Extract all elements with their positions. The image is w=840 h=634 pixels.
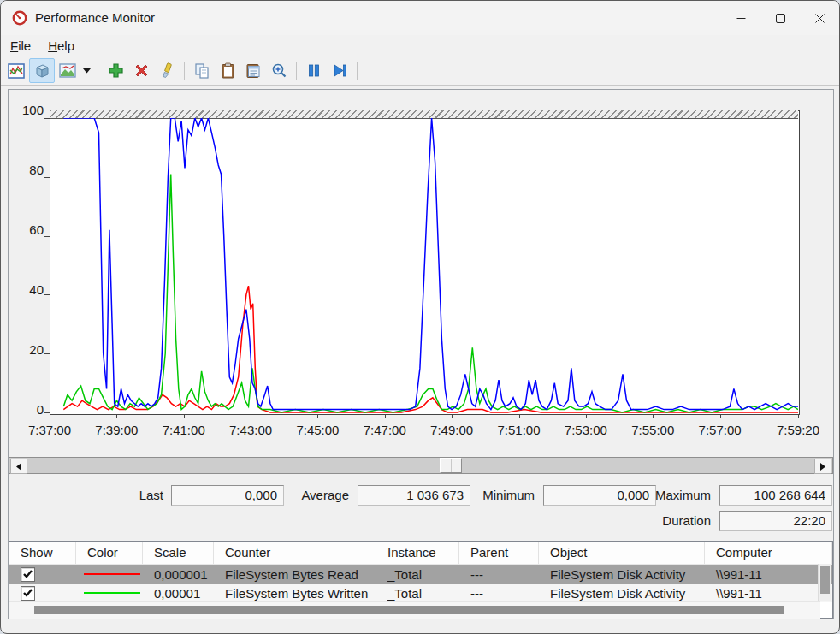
view-current-activity-button[interactable] (3, 58, 29, 83)
column-header-scale[interactable]: Scale (143, 542, 214, 564)
y-tick-label: 60 (9, 222, 44, 238)
cube-icon (33, 62, 50, 79)
zoom-magnifier-icon (271, 62, 287, 79)
average-label: Average (283, 485, 349, 506)
time-scrollbar-thumb[interactable] (440, 458, 462, 473)
freeze-display-button[interactable] (301, 58, 327, 83)
counter-row[interactable]: 0,00001FileSystem Bytes Written_Total---… (9, 584, 832, 602)
line-chart-icon (8, 63, 25, 79)
parent-cell: --- (459, 567, 539, 582)
x-tick-mark (798, 414, 799, 418)
view-log-data-button[interactable] (29, 58, 55, 83)
instance-cell: _Total (376, 567, 459, 582)
update-data-button[interactable] (327, 58, 352, 83)
x-tick-mark (586, 414, 587, 418)
computer-cell: \\991-11 (705, 567, 832, 582)
counter-cell: FileSystem Bytes Written (214, 586, 376, 601)
y-tick-mark (44, 412, 50, 413)
table-vertical-scrollbar[interactable] (818, 564, 831, 601)
highlight-button[interactable] (154, 58, 180, 83)
y-tick-label: 20 (9, 342, 44, 358)
minimum-label: Minimum (467, 485, 535, 506)
x-tick-mark (116, 414, 117, 418)
x-tick-label: 7:59:20 (766, 423, 831, 438)
x-tick-mark (184, 414, 185, 418)
copy-pages-icon (194, 62, 210, 79)
column-header-instance[interactable]: Instance (376, 542, 459, 564)
table-hscroll-thumb[interactable] (34, 606, 784, 614)
zoom-button[interactable] (266, 58, 292, 83)
column-header-color[interactable]: Color (76, 542, 143, 564)
maximum-label: Maximum (642, 485, 711, 506)
counter-color-swatch (84, 592, 140, 594)
y-tick-mark (44, 177, 50, 178)
instance-cell: _Total (376, 586, 459, 601)
column-header-show[interactable]: Show (9, 542, 76, 564)
parent-cell: --- (459, 586, 539, 601)
graph-type-dropdown[interactable] (80, 59, 93, 82)
x-tick-label: 7:39:00 (84, 423, 149, 438)
highlighter-pen-icon (159, 62, 175, 79)
x-tick-mark (452, 414, 453, 418)
counter-cell: FileSystem Bytes Read (214, 567, 376, 582)
add-counter-button[interactable] (103, 58, 128, 83)
maximize-button[interactable] (760, 1, 800, 35)
object-cell: FileSystem Disk Activity (539, 567, 705, 582)
object-cell: FileSystem Disk Activity (539, 586, 705, 601)
menu-file[interactable]: File (3, 37, 38, 55)
maximum-value: 100 268 644 (719, 485, 832, 506)
duration-label: Duration (642, 511, 711, 531)
column-header-parent[interactable]: Parent (459, 542, 539, 564)
y-tick-label: 100 (9, 103, 44, 118)
change-graph-type-button[interactable] (55, 58, 80, 83)
chevron-down-icon (83, 68, 91, 74)
computer-cell: \\991-11 (705, 586, 832, 601)
y-tick-mark (44, 353, 50, 354)
x-tick-label: 7:55:00 (620, 423, 685, 438)
y-tick-label: 0 (9, 402, 44, 418)
paste-counter-list-button[interactable] (215, 58, 240, 83)
close-button[interactable] (800, 1, 839, 35)
show-checkbox[interactable] (21, 567, 35, 582)
column-header-object[interactable]: Object (539, 542, 705, 564)
table-vscroll-thumb[interactable] (820, 566, 830, 594)
toolbar (1, 56, 839, 86)
scroll-right-arrow[interactable] (814, 459, 831, 474)
menu-help[interactable]: Help (40, 37, 82, 55)
toolbar-separator (184, 62, 185, 80)
x-tick-mark (385, 414, 386, 418)
properties-button[interactable] (240, 58, 266, 83)
titlebar[interactable]: Performance Monitor (1, 1, 839, 35)
table-horizontal-scrollbar[interactable] (9, 601, 820, 619)
step-forward-icon (332, 63, 347, 78)
x-tick-mark (720, 414, 721, 418)
y-tick-label: 80 (9, 163, 44, 178)
graph-image-icon (59, 63, 76, 78)
y-tick-mark (44, 294, 50, 295)
x-tick-label: 7:45:00 (285, 423, 350, 438)
clipboard-icon (221, 62, 235, 79)
x-tick-mark (251, 414, 251, 418)
toolbar-separator (296, 62, 297, 80)
minimum-value: 0,000 (543, 485, 656, 506)
show-checkbox[interactable] (21, 586, 35, 601)
chart-lines (50, 118, 798, 413)
scroll-left-arrow[interactable] (10, 459, 27, 474)
x-tick-label: 7:41:00 (151, 423, 216, 438)
x-tick-label: 7:51:00 (487, 423, 552, 438)
delete-counter-button[interactable] (128, 58, 154, 83)
series-line-1 (63, 174, 798, 412)
time-scrollbar[interactable] (9, 457, 833, 474)
red-x-icon (133, 62, 150, 79)
counter-row[interactable]: 0,000001FileSystem Bytes Read_Total---Fi… (9, 565, 832, 584)
last-value: 0,000 (171, 485, 284, 506)
counter-table-header: ShowColorScaleCounterInstanceParentObjec… (9, 542, 832, 565)
minimize-button[interactable] (721, 1, 760, 35)
column-header-computer[interactable]: Computer (705, 542, 832, 564)
toolbar-separator (98, 62, 98, 80)
column-header-counter[interactable]: Counter (214, 542, 376, 564)
y-tick-mark (44, 236, 50, 237)
copy-properties-button[interactable] (189, 58, 215, 83)
toolbar-separator (357, 62, 358, 80)
x-tick-label: 7:47:00 (352, 423, 417, 438)
